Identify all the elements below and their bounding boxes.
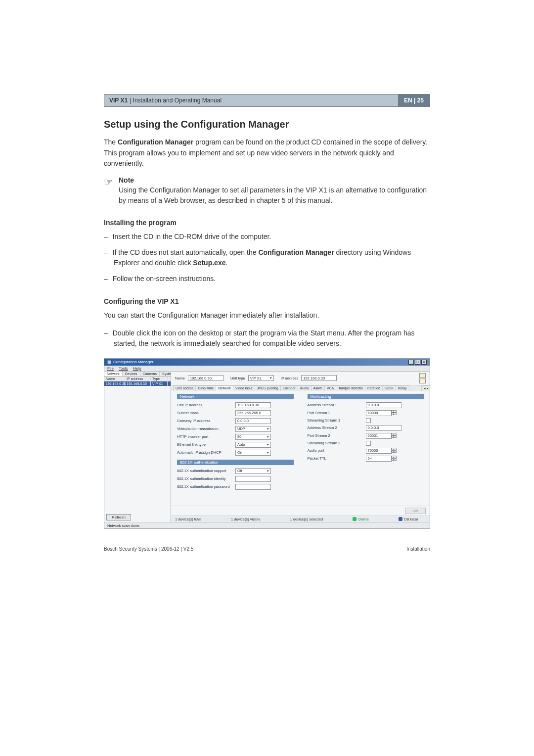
window-title: Configuration Manager — [113, 360, 153, 364]
auth-identity-input[interactable] — [235, 476, 271, 482]
gateway-input[interactable]: 0.0.0.0 — [235, 418, 271, 424]
trans-select[interactable]: UDP — [235, 426, 271, 432]
note-icon: ☞ — [104, 176, 113, 188]
right-panel: Name192.168.0.30 Unit typeVIP X1 IP addr… — [171, 372, 430, 522]
left-panel: Network Devices Cameras System Name IP a… — [104, 372, 171, 522]
right-tabs[interactable]: Unit access Date/Time Network Video inpu… — [171, 385, 430, 391]
header-left: VIP X1 | Installation and Operating Manu… — [104, 94, 398, 106]
multicast-section: Multicasting — [308, 394, 424, 399]
mc-stream2-checkbox[interactable] — [366, 441, 371, 446]
list-item: Follow the on-screen instructions. — [104, 274, 430, 284]
config-intro: You can start the Configuration Manager … — [104, 310, 430, 321]
auth-password-input[interactable] — [235, 484, 271, 490]
dhcp-select[interactable]: On — [235, 450, 271, 456]
menu-bar[interactable]: File Tools Help — [104, 366, 430, 372]
info-icon[interactable] — [419, 373, 426, 378]
footer-left: Bosch Security Systems | 2006-12 | V2.5 — [104, 546, 193, 552]
mc-ttl-input[interactable]: 64 — [366, 456, 392, 462]
name-input[interactable]: 192.168.0.30 — [188, 375, 223, 381]
maximize-button[interactable]: □ — [415, 360, 420, 365]
mc-audio-input[interactable]: 70000 — [366, 448, 392, 454]
tree-header: Name IP address Type — [104, 377, 171, 381]
globe-icon[interactable] — [419, 378, 426, 383]
list-item: Insert the CD in the CD-ROM drive of the… — [104, 232, 430, 242]
tab-network[interactable]: Network — [104, 372, 123, 376]
ip-input[interactable]: 192.168.0.30 — [301, 375, 337, 381]
refresh-button[interactable]: Refresh — [106, 514, 131, 520]
auth-support-select[interactable]: Off — [235, 468, 271, 474]
left-tabs[interactable]: Network Devices Cameras System — [104, 372, 171, 377]
note-text: Using the Configuration Manager to set a… — [119, 185, 430, 206]
product-name: VIP X1 — [109, 97, 128, 104]
sc-status-footer: 1 device(s) total 1 device(s) visible 1 … — [171, 516, 430, 522]
minimize-button[interactable]: _ — [408, 360, 414, 365]
window-titlebar[interactable]: ▦ Configuration Manager _ □ × — [104, 359, 430, 366]
list-item: If the CD does not start automatically, … — [104, 247, 430, 269]
config-list: Double click the icon on the desktop or … — [104, 328, 430, 349]
port-select[interactable]: 80 — [235, 434, 271, 440]
device-row[interactable]: 192.168.0.30 192.168.0.30 VIP X1 — [104, 381, 171, 386]
intro-text: The Configuration Manager program can be… — [104, 137, 430, 169]
manual-title: | Installation and Operating Manual — [130, 97, 222, 104]
set-button[interactable]: Set — [405, 508, 426, 514]
unit-ip-input[interactable]: 192.168.0.30 — [235, 402, 271, 408]
install-heading: Installing the program — [104, 219, 430, 227]
tab-scroll-icon[interactable]: ◂ ▸ — [421, 385, 430, 391]
db-status: DB local — [399, 517, 418, 521]
mc-addr1-input[interactable]: 0.0.0.0 — [366, 402, 401, 408]
close-button[interactable]: × — [421, 360, 427, 365]
cm-screenshot: ▦ Configuration Manager _ □ × File Tools… — [104, 358, 430, 529]
subnet-input[interactable]: 255.255.255.0 — [235, 410, 271, 416]
page-footer: Bosch Security Systems | 2006-12 | V2.5 … — [104, 546, 430, 552]
mc-stream1-checkbox[interactable] — [366, 418, 371, 423]
config-heading: Configuring the VIP X1 — [104, 297, 430, 305]
unit-type-select[interactable]: VIP X1 — [248, 375, 274, 381]
tab-cameras[interactable]: Cameras — [140, 372, 160, 376]
menu-help[interactable]: Help — [133, 366, 141, 371]
page-header: VIP X1 | Installation and Operating Manu… — [104, 94, 430, 107]
tab-devices[interactable]: Devices — [123, 372, 140, 376]
menu-tools[interactable]: Tools — [119, 366, 128, 371]
online-status: Online — [353, 517, 369, 521]
note-block: ☞ Note Using the Configuration Manager t… — [104, 176, 430, 206]
section-heading: Setup using the Configuration Manager — [104, 119, 430, 130]
footer-right: Installation — [406, 546, 430, 552]
mc-port1-input[interactable]: 60000 — [366, 410, 392, 416]
sc-status-left: Network scan done. — [104, 522, 430, 528]
mc-port2-input[interactable]: 60001 — [366, 433, 392, 439]
page-number: EN | 25 — [398, 94, 430, 106]
network-section: Network — [177, 394, 294, 399]
menu-file[interactable]: File — [107, 366, 114, 371]
list-item: Double click the icon on the desktop or … — [104, 328, 430, 349]
note-title: Note — [119, 176, 430, 184]
auth-section: 802.1X authentication — [177, 460, 294, 465]
mc-addr2-input[interactable]: 0.0.0.0 — [366, 425, 401, 431]
link-select[interactable]: Auto — [235, 442, 271, 448]
app-icon: ▦ — [107, 360, 111, 364]
install-list: Insert the CD in the CD-ROM drive of the… — [104, 232, 430, 284]
